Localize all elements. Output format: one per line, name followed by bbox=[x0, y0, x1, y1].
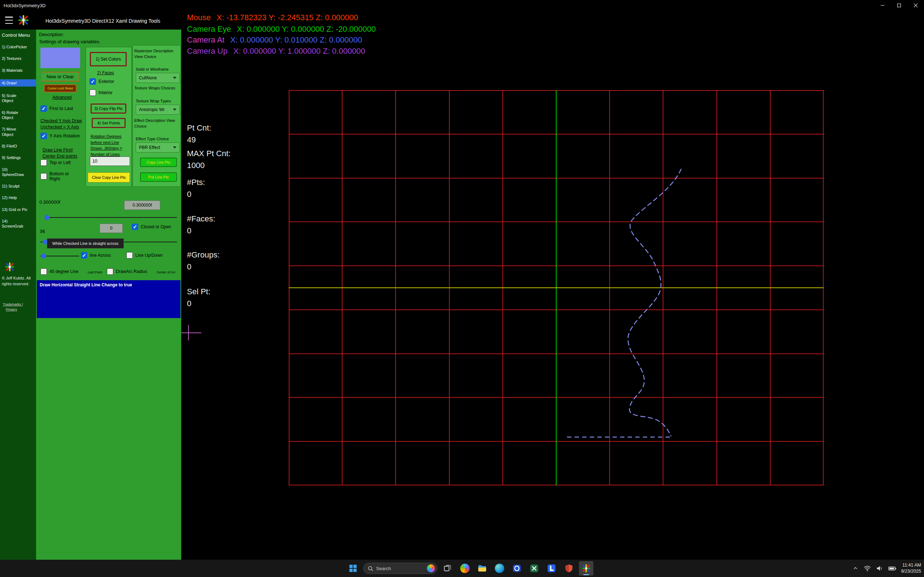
edge-browser-icon[interactable] bbox=[492, 561, 507, 575]
trademarks-link[interactable]: Trademarks | bbox=[3, 302, 23, 306]
drawing-grid[interactable] bbox=[289, 90, 824, 485]
closed-or-open-checkbox[interactable] bbox=[132, 224, 138, 230]
rotation-degrees-label: Drawn. 360/deg = bbox=[90, 145, 122, 152]
search-icon bbox=[368, 566, 373, 571]
sidebar-item-spheredraw[interactable]: 10) SphereDraw bbox=[2, 167, 29, 177]
sidebar-item-colorpicker[interactable]: 1) ColorPicker bbox=[2, 44, 29, 49]
copilot-icon[interactable] bbox=[458, 561, 472, 575]
set-colors-button[interactable]: 1) Set Colors bbox=[90, 52, 127, 66]
exterior-checkbox[interactable] bbox=[89, 78, 96, 85]
effect-type-value: PBR Effect bbox=[139, 145, 160, 150]
put-line-pts-button[interactable]: Put Line Pts bbox=[140, 172, 177, 182]
count-value-box[interactable]: 0 bbox=[100, 224, 123, 233]
cull-mode-dropdown[interactable]: CullNone bbox=[136, 73, 180, 83]
last-point-label: Last Point bbox=[88, 271, 102, 274]
description-label: Description: bbox=[39, 32, 64, 37]
panel-subtitle: Settings of drawing variables bbox=[39, 39, 99, 44]
wifi-icon[interactable] bbox=[863, 564, 871, 572]
pts-value: 0 bbox=[187, 190, 191, 199]
exterior-label: Exterior bbox=[99, 79, 114, 84]
45-degree-line-checkbox[interactable] bbox=[40, 268, 47, 275]
new-or-clear-button[interactable]: New or Clear bbox=[41, 72, 79, 82]
rotation-degrees-label: Rotation Degrees bbox=[90, 134, 122, 140]
defender-shield-icon[interactable] bbox=[562, 561, 576, 575]
copy-flip-pts-button[interactable]: 3) Copy Flip Pts bbox=[90, 103, 126, 114]
hamburger-menu-icon[interactable] bbox=[5, 16, 14, 24]
effect-type-dropdown[interactable]: PBR Effect bbox=[136, 142, 180, 153]
outlook-icon[interactable] bbox=[510, 561, 524, 575]
copy-line-pts-button[interactable]: Copy Line Pts bbox=[140, 158, 177, 167]
maximize-icon[interactable] bbox=[891, 0, 908, 11]
sidebar-item-textures[interactable]: 2) Textures bbox=[2, 56, 29, 61]
sidebar-item-sculpt[interactable]: 11) Sculpt bbox=[2, 184, 29, 189]
texture-wrap-value: Anistropic Wr bbox=[139, 107, 165, 112]
cursor-lock-reset-button[interactable]: Cursor Lock Reset bbox=[44, 84, 76, 92]
first-to-last-label: First to Last bbox=[50, 106, 73, 111]
sidebar-item-settings[interactable]: 9) Settings bbox=[2, 155, 29, 160]
line-slider[interactable] bbox=[40, 253, 79, 259]
tray-date: 9/23/2025 bbox=[901, 568, 921, 574]
tray-chevron-up-icon[interactable] bbox=[852, 565, 859, 572]
advanced-link[interactable]: Advanced bbox=[52, 95, 71, 100]
line-up-down-label: Line Up/Down bbox=[135, 253, 162, 258]
volume-icon[interactable] bbox=[876, 564, 884, 572]
drawing-viewport[interactable]: MouseX: -13.782323 Y: -2.245315 Z: 0.000… bbox=[181, 11, 924, 560]
pt-cnt-value: 49 bbox=[187, 135, 195, 145]
camera-up-coordinates: Camera UpX: 0.000000 Y: 1.000000 Z: 0.00… bbox=[187, 47, 365, 56]
rasterizer-effects-group: Rasterizer Description View Choice Solid… bbox=[132, 45, 181, 187]
y-axis-rotation-checkbox[interactable] bbox=[40, 133, 47, 139]
taskbar-clock[interactable]: 11:41 AM 9/23/2025 bbox=[901, 562, 921, 574]
clear-copy-line-pts-button[interactable]: Clear Copy Line Pts bbox=[88, 172, 130, 182]
draw-arc-radius-checkbox[interactable] bbox=[107, 268, 113, 275]
rasterizer-description-label: Rasterizer Description bbox=[134, 48, 173, 54]
texture-wrap-dropdown[interactable]: Anistropic Wr bbox=[136, 105, 180, 115]
pts-label: #Pts: bbox=[187, 178, 205, 187]
float-value-box[interactable]: 0.300000f bbox=[124, 200, 160, 210]
effect-type-choice-label: Effect Type Choice bbox=[136, 137, 169, 141]
slider-track[interactable] bbox=[40, 256, 79, 256]
close-icon[interactable] bbox=[908, 0, 924, 11]
status-message: Draw Horizontal Straight Line Change to … bbox=[37, 280, 181, 290]
app-logo-icon bbox=[5, 262, 15, 272]
sidebar-item-screengrab[interactable]: 14) ScreenGrab bbox=[2, 219, 29, 229]
line-across-checkbox[interactable] bbox=[81, 252, 87, 259]
search-placeholder: Search bbox=[376, 566, 424, 571]
slider-thumb[interactable] bbox=[41, 253, 46, 259]
excel-icon[interactable] bbox=[527, 561, 541, 575]
taskbar-search[interactable]: Search bbox=[363, 562, 438, 574]
sidebar-item-draw[interactable]: 4) Draw! bbox=[0, 79, 36, 87]
l-app-icon[interactable] bbox=[544, 561, 559, 575]
float-slider[interactable] bbox=[44, 214, 177, 220]
interior-checkbox[interactable] bbox=[89, 89, 96, 96]
battery-icon[interactable] bbox=[888, 564, 897, 573]
color-swatch[interactable] bbox=[40, 48, 80, 68]
hot3dx-app-icon[interactable] bbox=[579, 561, 593, 575]
sidebar-item-rotate-object[interactable]: 6) Rotate Object bbox=[2, 110, 29, 121]
camera-at-coordinates: Camera AtX: 0.000000 Y: 0.010000 Z: 0.00… bbox=[187, 35, 362, 45]
sel-pt-value: 0 bbox=[187, 299, 191, 308]
task-view-icon[interactable] bbox=[440, 561, 455, 575]
first-to-last-checkbox[interactable] bbox=[40, 105, 47, 112]
bottom-or-right-checkbox[interactable] bbox=[40, 173, 47, 180]
sidebar-item-grid-or-pic[interactable]: 13) Grid or Pic bbox=[2, 207, 29, 212]
max-pt-cnt-label: MAX Pt Cnt: bbox=[187, 149, 231, 158]
sidebar-item-move-object[interactable]: 7) Move Object bbox=[2, 127, 29, 137]
line-up-down-checkbox[interactable] bbox=[126, 252, 133, 259]
file-explorer-icon[interactable] bbox=[475, 561, 489, 575]
top-or-left-checkbox[interactable] bbox=[40, 160, 47, 166]
slider-track[interactable] bbox=[44, 217, 177, 218]
minimize-icon[interactable] bbox=[874, 0, 891, 11]
sidebar-item-scale-object[interactable]: 5) Scale Object bbox=[2, 93, 29, 103]
privacy-link[interactable]: Privacy bbox=[6, 307, 17, 311]
rotation-degrees-input[interactable] bbox=[90, 156, 130, 166]
sidebar-item-materials[interactable]: 3) Materials bbox=[2, 68, 29, 73]
window-titlebar: Hot3dxSymmetry3D bbox=[0, 0, 924, 11]
sidebar-item-fileio[interactable]: 8) FileIO bbox=[2, 143, 29, 148]
unchecked-x-axis-label: Unchecked = X Axis bbox=[40, 124, 82, 130]
slider-thumb[interactable] bbox=[44, 215, 50, 220]
texture-wrap-types-label: Texture Wrap Types bbox=[136, 99, 171, 103]
groups-label: #Groups: bbox=[187, 250, 220, 259]
set-points-button[interactable]: 4) Set Points bbox=[92, 118, 126, 128]
start-button[interactable] bbox=[346, 561, 360, 575]
sidebar-item-help[interactable]: 12) Help bbox=[2, 195, 29, 200]
